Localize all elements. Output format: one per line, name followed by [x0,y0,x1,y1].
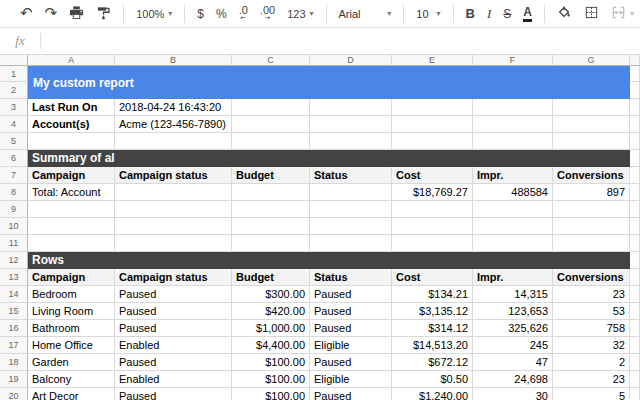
cell-D2[interactable] [310,82,392,99]
cell-D12[interactable] [310,252,392,269]
cell-G17[interactable]: 32 [553,337,630,354]
cell-H4[interactable] [630,116,640,133]
cell-C1[interactable] [232,66,310,82]
cell-B6[interactable] [115,150,232,167]
cell-G1[interactable] [553,66,630,82]
cell-F17[interactable]: 245 [473,337,553,354]
cell-H9[interactable] [630,201,640,218]
cell-A7[interactable]: Campaign [28,167,115,184]
cell-E3[interactable] [392,99,473,116]
cell-F7[interactable]: Impr. [473,167,553,184]
cell-G19[interactable]: 23 [553,371,630,388]
borders-button[interactable] [578,1,605,27]
number-format-select[interactable]: 123 ▾ [281,1,319,27]
cell-G6[interactable] [553,150,630,167]
cell-D4[interactable] [310,116,392,133]
cell-D13[interactable]: Status [310,269,392,286]
print-button[interactable] [63,1,90,27]
cell-H12[interactable] [630,252,640,269]
redo-button[interactable]: ↷ [39,1,64,27]
cell-E15[interactable]: $3,135.12 [392,303,473,320]
row-header-16[interactable]: 16 [0,320,28,337]
cell-G10[interactable] [553,218,630,235]
cell-D19[interactable]: Eligible [310,371,392,388]
cell-D6[interactable] [310,150,392,167]
cell-H5[interactable] [630,133,640,150]
cell-D7[interactable]: Status [310,167,392,184]
cell-E6[interactable] [392,150,473,167]
cell-G9[interactable] [553,201,630,218]
cell-C12[interactable] [232,252,310,269]
column-header-e[interactable]: E [392,55,473,66]
font-size-select[interactable]: 10 ▾ [410,1,446,27]
cell-A2[interactable] [28,82,115,99]
font-family-select[interactable]: Arial ▾ [333,1,398,27]
cell-E7[interactable]: Cost [392,167,473,184]
cell-A1[interactable] [28,66,115,82]
cell-H11[interactable] [630,235,640,252]
cell-G4[interactable] [553,116,630,133]
cell-E20[interactable]: $1,240.00 [392,388,473,400]
cell-G15[interactable]: 53 [553,303,630,320]
zoom-select[interactable]: 100% ▾ [130,1,178,27]
cell-D17[interactable]: Eligible [310,337,392,354]
cell-F2[interactable] [473,82,553,99]
cell-G16[interactable]: 758 [553,320,630,337]
cell-E14[interactable]: $134.21 [392,286,473,303]
cell-D20[interactable]: Paused [310,388,392,400]
cell-B7[interactable]: Campaign status [115,167,232,184]
cell-C8[interactable] [232,184,310,201]
cell-B13[interactable]: Campaign status [115,269,232,286]
cell-D9[interactable] [310,201,392,218]
merge-cells-button[interactable]: ▾ [605,1,640,27]
cell-C20[interactable]: $100.00 [232,388,310,400]
row-header-8[interactable]: 8 [0,184,28,201]
cell-E12[interactable] [392,252,473,269]
cell-G20[interactable]: 5 [553,388,630,400]
cell-C11[interactable] [232,235,310,252]
cell-F8[interactable]: 488584 [473,184,553,201]
cell-C5[interactable] [232,133,310,150]
cell-G8[interactable]: 897 [553,184,630,201]
cell-C2[interactable] [232,82,310,99]
cell-D10[interactable] [310,218,392,235]
cell-C17[interactable]: $4,400.00 [232,337,310,354]
row-header-5[interactable]: 5 [0,133,28,150]
column-header-h[interactable] [630,55,640,66]
cell-B20[interactable]: Paused [115,388,232,400]
cell-G5[interactable] [553,133,630,150]
paint-format-button[interactable] [90,1,117,27]
bold-button[interactable]: B [460,1,481,27]
row-header-15[interactable]: 15 [0,303,28,320]
cell-D15[interactable]: Paused [310,303,392,320]
cell-C14[interactable]: $300.00 [232,286,310,303]
cell-A9[interactable] [28,201,115,218]
row-header-17[interactable]: 17 [0,337,28,354]
cell-C18[interactable]: $100.00 [232,354,310,371]
cell-B9[interactable] [115,201,232,218]
cell-A5[interactable] [28,133,115,150]
cell-A10[interactable] [28,218,115,235]
cell-H6[interactable] [630,150,640,167]
cell-A16[interactable]: Bathroom [28,320,115,337]
column-header-c[interactable]: C [232,55,310,66]
cell-H18[interactable] [630,354,640,371]
cell-E1[interactable] [392,66,473,82]
cell-C6[interactable] [232,150,310,167]
row-header-7[interactable]: 7 [0,167,28,184]
column-header-a[interactable]: A [28,55,115,66]
cell-B4[interactable]: Acme (123-456-7890) [115,116,232,133]
cell-E19[interactable]: $0.50 [392,371,473,388]
row-header-9[interactable]: 9 [0,201,28,218]
row-header-20[interactable]: 20 [0,388,28,400]
cell-G11[interactable] [553,235,630,252]
row-header-1[interactable]: 1 [0,66,28,82]
cell-H14[interactable] [630,286,640,303]
cell-D3[interactable] [310,99,392,116]
cell-C3[interactable] [232,99,310,116]
cell-B18[interactable]: Paused [115,354,232,371]
cell-A18[interactable]: Garden [28,354,115,371]
cell-C15[interactable]: $420.00 [232,303,310,320]
cell-E17[interactable]: $14,513.20 [392,337,473,354]
cell-A17[interactable]: Home Office [28,337,115,354]
